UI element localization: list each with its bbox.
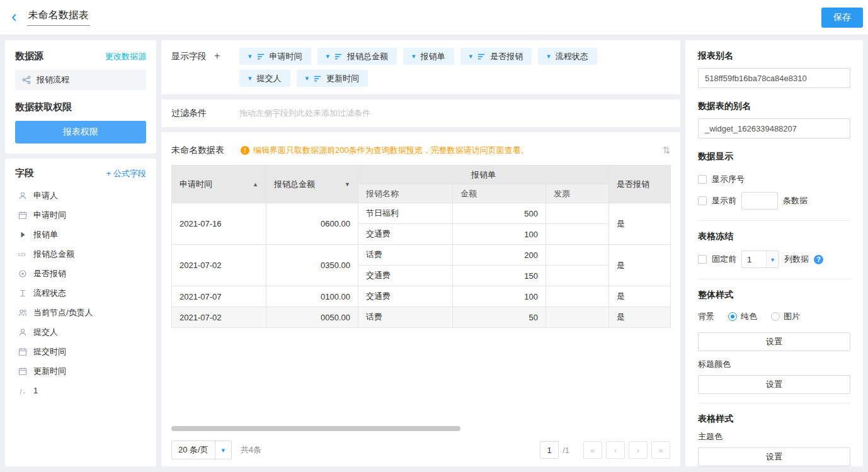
chevron-down-icon[interactable]: ▾ <box>215 441 231 459</box>
field-item-flow-status[interactable]: 流程状态 <box>15 283 146 303</box>
freeze-prefix: 固定前 <box>712 254 736 265</box>
field-label: 更新时间 <box>33 366 66 377</box>
report-alias-title: 报表别名 <box>698 50 850 62</box>
chip-apply-date[interactable]: ▾ 申请时间 <box>239 48 311 65</box>
table-cell <box>546 266 609 286</box>
field-item-formula-1[interactable]: ƒx 1 <box>15 381 146 400</box>
save-button[interactable]: 保存 <box>821 8 863 28</box>
table-cell: 是 <box>609 307 671 328</box>
scrollbar-thumb[interactable] <box>171 426 460 431</box>
field-item-current-node[interactable]: 当前节点/负责人 <box>15 303 146 322</box>
column-header-total-amount[interactable]: 报销总金额▼ <box>266 166 358 203</box>
chip-update-time[interactable]: ▾ 更新时间 <box>297 70 368 87</box>
table-empty-area <box>171 328 670 426</box>
title-color-set-button[interactable]: 设置 <box>698 375 850 394</box>
column-header-amount[interactable]: 金额 <box>453 184 546 203</box>
column-header-expense-name[interactable]: 报销名称 <box>358 184 453 203</box>
change-datasource-link[interactable]: 更改数据源 <box>105 51 146 62</box>
total-count: 共4条 <box>241 444 261 456</box>
table-row: 2021-07-07 0100.00 交通费 100 是 <box>172 286 671 307</box>
field-item-submit-time[interactable]: 提交时间 <box>15 342 146 361</box>
preview-card: 未命名数据表 ! 编辑界面只取数据源前200条作为查询数据预览，完整数据请访问页… <box>161 132 680 466</box>
next-page-button[interactable]: › <box>629 441 648 459</box>
sort-order-icon <box>314 75 321 82</box>
field-item-is-reimbursed[interactable]: 是否报销 <box>15 264 146 283</box>
field-item-applicant[interactable]: 申请人 <box>15 186 146 205</box>
show-first-count-input[interactable] <box>741 192 778 210</box>
column-header-approved[interactable]: 是否报销 <box>609 166 671 203</box>
page-size-value: 20 条/页 <box>172 444 215 456</box>
datasource-item[interactable]: 报销流程 <box>15 70 146 90</box>
fields-title: 字段 <box>15 167 34 179</box>
add-field-button[interactable]: + <box>214 51 220 87</box>
sort-desc-icon[interactable]: ▼ <box>345 181 350 188</box>
field-item-expense-subform[interactable]: 报销单 <box>15 225 146 244</box>
chip-submitter[interactable]: ▾ 提交人 <box>239 70 290 87</box>
show-index-checkbox[interactable] <box>698 175 707 184</box>
report-alias-input[interactable] <box>698 68 850 88</box>
radio-selected-icon <box>728 312 737 321</box>
back-button[interactable]: ‹ <box>11 8 17 25</box>
filter-card: 过滤条件 拖动左侧字段到此处来添加过滤条件 <box>161 99 680 127</box>
datasource-card: 数据源 更改数据源 报销流程 数据获取权限 报表权限 <box>5 40 156 154</box>
horizontal-scrollbar[interactable] <box>171 426 670 431</box>
sort-toggle-icon[interactable]: ⇅ <box>662 145 670 156</box>
table-cell: 交通费 <box>358 266 453 286</box>
prev-page-button[interactable]: ‹ <box>606 441 625 459</box>
last-page-button[interactable]: » <box>651 441 670 459</box>
table-style-title: 表格样式 <box>698 413 850 425</box>
field-item-submitter[interactable]: 提交人 <box>15 322 146 342</box>
divider <box>698 220 850 221</box>
freeze-count-select[interactable]: 1 ▾ <box>741 250 779 268</box>
column-header-apply-date[interactable]: 申请时间▲ <box>172 166 266 203</box>
field-label: 报销总金额 <box>33 249 74 260</box>
sort-asc-icon[interactable]: ▲ <box>253 181 258 188</box>
theme-color-set-button[interactable]: 设置 <box>698 447 850 466</box>
chevron-down-icon[interactable]: ▾ <box>412 53 416 60</box>
current-page-input[interactable]: 1 <box>540 441 559 459</box>
chevron-down-icon[interactable]: ▾ <box>248 75 252 82</box>
chip-flow-status[interactable]: ▾ 流程状态 <box>538 48 597 65</box>
page-size-select[interactable]: 20 条/页 ▾ <box>171 441 232 459</box>
bg-solid-radio[interactable]: 纯色 <box>728 311 757 322</box>
user-icon <box>18 328 28 337</box>
data-display-title: 数据显示 <box>698 151 850 162</box>
svg-text:x: x <box>23 391 25 395</box>
field-item-apply-date[interactable]: 申请时间 <box>15 205 146 225</box>
chevron-down-icon[interactable]: ▾ <box>248 53 252 60</box>
show-first-checkbox[interactable] <box>698 196 707 205</box>
chip-label: 提交人 <box>257 73 282 84</box>
radio-icon <box>18 269 28 278</box>
field-item-update-time[interactable]: 更新时间 <box>15 361 146 381</box>
report-permission-button[interactable]: 报表权限 <box>15 121 146 143</box>
table-row: 2021-07-02 0350.00 话费 200 是 <box>172 245 671 266</box>
column-label: 报销总金额 <box>274 179 315 190</box>
chevron-down-icon[interactable]: ▾ <box>547 53 551 60</box>
chevron-down-icon[interactable]: ▾ <box>469 53 473 60</box>
chip-is-reimbursed[interactable]: ▾ 是否报销 <box>460 48 532 65</box>
formula-field-link[interactable]: + 公式字段 <box>106 168 146 179</box>
main-layout: 数据源 更改数据源 报销流程 数据获取权限 报表权限 字段 + 公式字段 申请人 <box>0 35 868 471</box>
bg-image-radio[interactable]: 图片 <box>771 311 800 322</box>
text-icon <box>18 289 28 298</box>
number-icon: 123 <box>18 250 28 259</box>
first-page-button[interactable]: « <box>583 441 602 459</box>
background-set-button[interactable]: 设置 <box>698 332 850 351</box>
widget-alias-input[interactable] <box>698 118 850 138</box>
chevron-down-icon[interactable]: ▾ <box>766 251 779 267</box>
show-index-label: 显示序号 <box>712 174 745 185</box>
field-item-total-amount[interactable]: 123 报销总金额 <box>15 244 146 264</box>
freeze-checkbox[interactable] <box>698 255 707 264</box>
table-cell: 2021-07-07 <box>172 286 266 307</box>
column-header-invoice[interactable]: 发票 <box>546 184 609 203</box>
freeze-row: 固定前 1 ▾ 列数据 ? <box>698 249 850 270</box>
show-first-suffix: 条数据 <box>783 195 808 206</box>
chip-total-amount[interactable]: ▾ 报销总金额 <box>317 48 397 65</box>
chevron-down-icon[interactable]: ▾ <box>306 75 309 82</box>
help-icon[interactable]: ? <box>814 255 823 264</box>
page-title[interactable]: 未命名数据表 <box>27 9 90 26</box>
chip-expense-subform[interactable]: ▾ 报销单 <box>403 48 454 65</box>
filter-dropzone[interactable]: 拖动左侧字段到此处来添加过滤条件 <box>239 108 370 119</box>
field-label: 提交人 <box>33 327 58 338</box>
chevron-down-icon[interactable]: ▾ <box>326 53 330 60</box>
